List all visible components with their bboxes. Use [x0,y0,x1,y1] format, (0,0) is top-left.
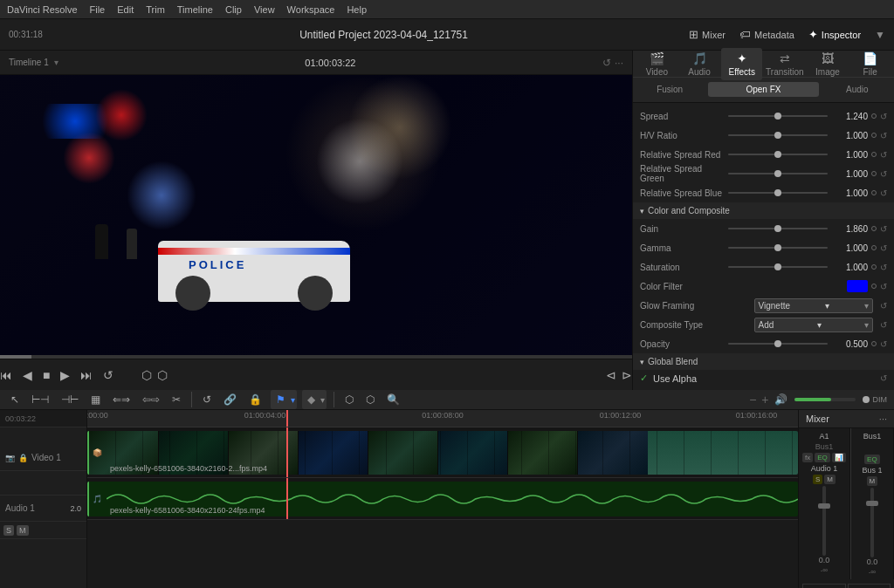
menu-item-file[interactable]: File [90,4,106,15]
gain-reset[interactable]: ↺ [880,224,887,234]
tab-transition[interactable]: ⇄ Transition [764,48,806,80]
tab-image[interactable]: 🖼 Image [808,48,849,80]
mixer-a1-mute[interactable]: M [824,475,836,484]
marker-dropdown[interactable]: ▾ [320,395,325,405]
tab-video[interactable]: 🎬 Video [636,48,677,80]
spread-red-reset[interactable]: ↺ [880,150,887,160]
flag-dropdown[interactable]: ▾ [291,395,295,405]
mixer-bus1-mute[interactable]: M [867,476,878,486]
dynamic-trim-tool[interactable]: ⊣⊢ [58,392,82,407]
color-filter-reset[interactable]: ↺ [880,282,887,291]
mixer-a1-solo[interactable]: S [813,475,822,484]
gamma-reset[interactable]: ↺ [880,243,887,253]
select-tool[interactable]: ↖ [7,392,23,407]
preview-overflow-icon[interactable]: ··· [615,57,623,69]
preview-refresh-icon[interactable]: ↺ [602,57,611,69]
remove-track-btn[interactable]: + [761,393,768,407]
tab-audio[interactable]: 🎵 Audio [679,48,720,80]
gain-keyframe[interactable] [871,226,877,231]
next-clip-btn[interactable]: ⏭ [80,368,93,382]
audio-clip[interactable]: 🎵 pexels-kelly-6581006-3840x2160-24fps.m… [87,482,798,516]
loop-btn[interactable]: ↺ [103,368,113,382]
snap-btn[interactable]: ↺ [199,392,215,407]
overflow-icon[interactable]: ▼ [875,29,885,41]
prev-clip-btn[interactable]: ⏮ [0,368,12,382]
saturation-keyframe[interactable] [871,264,877,270]
mixer-bus1-eq-btn[interactable]: EQ [864,455,880,464]
spread-keyframe[interactable] [871,113,877,119]
use-alpha-reset[interactable]: ↺ [880,373,887,383]
color-filter-keyframe[interactable] [871,284,877,289]
volume-knob[interactable] [863,396,870,403]
mixer-overflow[interactable]: ··· [879,414,887,424]
metadata-button[interactable]: 🏷 Metadata [739,28,794,41]
spread-blue-slider[interactable] [728,192,828,194]
add-track-btn[interactable]: − [749,393,756,407]
composite-type-reset[interactable]: ↺ [880,320,887,330]
menu-item-trim[interactable]: Trim [146,4,165,15]
open-fx-button[interactable]: Open FX [708,82,818,97]
menu-item-view[interactable]: View [254,4,275,15]
spread-green-slider[interactable] [728,173,828,174]
lock-btn[interactable]: 🔒 [245,392,265,407]
mixer-a1-fx-btn[interactable]: fx [802,453,813,462]
tab-file[interactable]: 📄 File [849,48,891,80]
opacity-slider[interactable] [728,343,828,345]
spread-reset[interactable]: ↺ [880,112,887,121]
composite-type-select[interactable]: Add ▾ [754,318,874,332]
prev-frame-btn[interactable]: ◀ [23,368,32,382]
saturation-reset[interactable]: ↺ [880,263,887,272]
hv-ratio-reset[interactable]: ↺ [880,131,887,140]
mixer-bus1-fader[interactable] [870,488,874,557]
stop-btn[interactable]: ■ [43,368,50,382]
prev-marker-btn[interactable]: ⊲ [606,368,616,382]
menu-item-help[interactable]: Help [347,4,367,15]
out-point-btn[interactable]: ⬡ [157,368,168,382]
track-a1-s-btn[interactable]: S [3,525,14,536]
spread-red-keyframe[interactable] [871,152,877,157]
timeline-dropdown-icon[interactable]: ▾ [54,58,58,67]
opacity-reset[interactable]: ↺ [880,339,887,349]
inspector-button[interactable]: ✦ Inspector [808,28,861,41]
menu-item-resolve[interactable]: DaVinci Resolve [7,4,78,15]
link-btn[interactable]: 🔗 [220,392,240,407]
menu-item-edit[interactable]: Edit [117,4,134,15]
hv-ratio-keyframe[interactable] [871,133,877,138]
saturation-slider[interactable] [728,266,828,268]
razor-tool[interactable]: ✂ [168,392,184,407]
in-point-btn[interactable]: ⬡ [141,368,152,382]
flag-btn[interactable]: ⚑ [272,392,289,407]
use-alpha-check[interactable]: ✓ [640,373,648,384]
next-marker-btn[interactable]: ⊳ [622,368,632,382]
gain-slider[interactable] [728,228,828,229]
video-seekbar[interactable] [0,355,632,359]
spread-red-slider[interactable] [728,154,828,155]
slide-tool[interactable]: ⇦⇨ [139,392,163,407]
spread-blue-keyframe[interactable] [871,190,877,195]
menu-item-clip[interactable]: Clip [225,4,242,15]
blade-tool[interactable]: ▦ [87,392,104,407]
glow-framing-select[interactable]: Vignette ▾ [754,298,874,313]
playhead[interactable] [286,410,288,427]
mixer-a1-eq-btn[interactable]: EQ [815,453,830,462]
mixer-button[interactable]: ⊞ Mixer [689,28,726,41]
track-a1-m-btn[interactable]: M [17,525,29,536]
speaker-icon[interactable]: 🔊 [774,393,787,406]
color-filter-swatch[interactable] [847,280,868,292]
spread-green-reset[interactable]: ↺ [880,169,887,179]
spread-slider[interactable] [728,115,828,117]
zoom-fit-btn[interactable]: ⬡ [341,392,357,407]
hv-ratio-slider[interactable] [728,134,828,136]
play-btn[interactable]: ▶ [60,368,70,382]
trim-tool[interactable]: ⊢⊣ [28,392,52,407]
menu-item-timeline[interactable]: Timeline [177,4,213,15]
zoom-search-btn[interactable]: 🔍 [383,392,403,407]
menu-item-workspace[interactable]: Workspace [287,4,335,15]
marker-btn[interactable]: ◆ [304,392,319,407]
mixer-a1-fader[interactable] [822,486,826,556]
slip-tool[interactable]: ⇐⇒ [109,392,134,407]
spread-green-keyframe[interactable] [871,171,877,176]
video-clip[interactable]: 📦 pexels-kelly-6581006-3840x2160-2...fps… [87,431,798,475]
sub-tab-audio[interactable]: Audio [821,81,894,98]
zoom-in-btn[interactable]: ⬡ [362,392,378,407]
